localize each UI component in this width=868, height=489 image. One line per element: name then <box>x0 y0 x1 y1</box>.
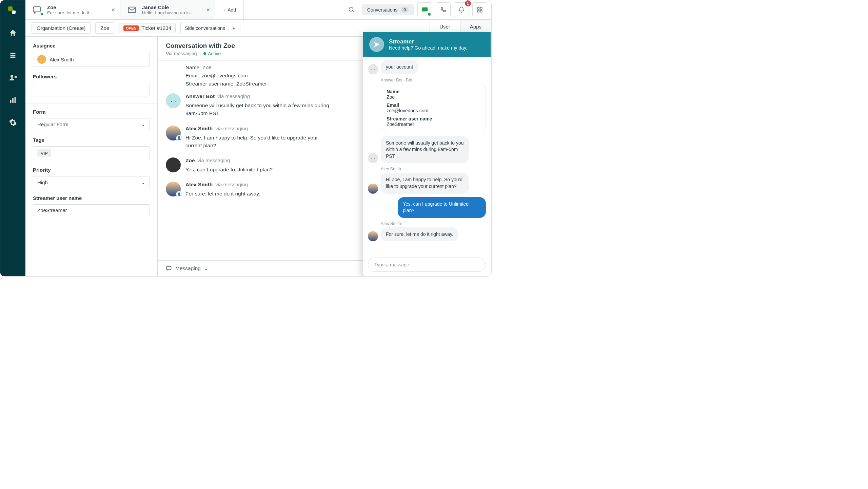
notifications-button[interactable]: 1 <box>454 2 469 17</box>
svg-rect-2 <box>11 53 16 54</box>
tab-subtitle: Hello, I am having an is... <box>142 10 194 15</box>
conversation-title: Conversation with Zoe <box>166 42 235 50</box>
ticket-properties-panel: Assignee Alex Smith Followers Form Regul… <box>25 37 158 276</box>
svg-rect-0 <box>8 6 13 11</box>
plus-icon[interactable]: + <box>229 24 236 32</box>
svg-rect-10 <box>15 97 16 103</box>
chat-status-button[interactable] <box>417 2 432 17</box>
message-channel: via messaging <box>198 157 230 163</box>
priority-select[interactable]: High ⌄ <box>33 176 150 188</box>
tab-subtitle: For sure, let me do it... <box>47 10 93 15</box>
phone-button[interactable] <box>436 2 451 17</box>
streamer-field[interactable]: ZoeStreamer <box>33 204 150 216</box>
svg-rect-17 <box>477 11 479 12</box>
side-conversations[interactable]: Side conversations + <box>180 22 240 34</box>
nav-views[interactable] <box>7 50 18 61</box>
context-tabs: User Apps <box>430 20 491 33</box>
message-text: Hi Zoe, I am happy to help. So you'd lik… <box>185 134 335 150</box>
tab-title: Janae Cole <box>142 4 194 10</box>
side-convo-label: Side conversations <box>185 25 225 31</box>
ticket-pill[interactable]: OPEN Ticket #1234 <box>119 23 176 33</box>
avatar-agent: 👤 <box>166 182 181 196</box>
streamer-value: ZoeStreamer <box>37 207 67 213</box>
nav-home[interactable] <box>7 27 18 38</box>
streamer-logo-icon <box>369 37 384 52</box>
avatar-customer <box>166 157 181 172</box>
open-badge: OPEN <box>123 25 139 31</box>
svg-point-13 <box>349 7 353 12</box>
svg-rect-8 <box>10 100 12 103</box>
svg-rect-7 <box>15 77 17 78</box>
tab-user[interactable]: User <box>430 20 460 33</box>
svg-rect-14 <box>422 7 428 12</box>
add-label: Add <box>228 7 236 13</box>
tags-label: Tags <box>33 137 150 143</box>
tab-zoe[interactable]: Zoe For sure, let me do it... ✕ <box>25 0 120 19</box>
assignee-field[interactable]: Alex Smith <box>33 52 150 67</box>
message-channel: via messaging <box>217 93 250 99</box>
close-icon[interactable]: ✕ <box>206 7 210 13</box>
svg-rect-16 <box>480 7 482 9</box>
search-button[interactable] <box>345 3 358 17</box>
message-author: Alex Smith <box>185 182 213 188</box>
tab-janae[interactable]: Janae Cole Hello, I am having an is... ✕ <box>120 0 215 19</box>
tab-apps[interactable]: Apps <box>460 20 491 33</box>
priority-value: High <box>37 180 48 185</box>
info-card: Name Zoe Email zoe@lovedogs.com Streamer… <box>381 84 486 132</box>
conversations-dropdown[interactable]: Conversations 0 <box>362 4 414 15</box>
conversations-label: Conversations <box>367 7 398 13</box>
sender-label: Alex Smith <box>381 221 486 226</box>
agent-badge-icon: 👤 <box>176 135 182 141</box>
conversations-count: 0 <box>401 7 409 13</box>
card-streamer-value: ZoeStreamer <box>387 121 480 127</box>
nav-reporting[interactable] <box>7 95 18 106</box>
assignee-value: Alex Smith <box>50 57 74 62</box>
followers-label: Followers <box>33 74 150 79</box>
nav-customers[interactable] <box>7 72 18 83</box>
card-email-label: Email <box>387 102 480 108</box>
message-channel: via messaging <box>215 182 248 187</box>
message-author: Answer Bot <box>185 93 215 99</box>
message-author: Zoe <box>185 157 195 164</box>
followers-field[interactable] <box>33 83 150 96</box>
chat-bubble-icon <box>31 4 43 16</box>
breadcrumb-org[interactable]: Organization (Create) <box>32 22 91 34</box>
card-name-value: Zoe <box>387 94 480 100</box>
form-select[interactable]: Regular Form ⌄ <box>33 118 150 130</box>
svg-rect-11 <box>34 7 41 12</box>
message-text: For sure, let me do it right away. <box>185 190 335 198</box>
svg-rect-3 <box>11 55 16 56</box>
tab-title: Zoe <box>47 4 93 10</box>
add-tab-button[interactable]: + Add <box>215 0 244 19</box>
notification-badge: 1 <box>465 0 471 6</box>
form-label: Form <box>33 109 150 115</box>
widget-message-input[interactable]: Type a message <box>368 258 486 272</box>
app-logo <box>8 6 18 16</box>
agent-badge-icon: 👤 <box>176 191 182 197</box>
chevron-down-icon: ⌄ <box>204 266 208 271</box>
status-active: Active <box>203 51 221 56</box>
streamer-widget: Streamer Need help? Go ahead, make my da… <box>363 32 491 277</box>
message-text: Yes, can I upgrade to Unlimited plan? <box>185 166 335 173</box>
svg-rect-18 <box>480 11 482 12</box>
sender-label: Alex Smith <box>381 167 486 171</box>
bot-message: your account <box>381 60 418 74</box>
svg-rect-1 <box>12 10 16 14</box>
tags-field[interactable]: VIP <box>33 146 150 160</box>
nav-admin[interactable] <box>7 117 18 128</box>
user-message: Yes, can I upgrade to Unlimited plan? <box>398 197 486 218</box>
message-text: Someone will usually get back to you wit… <box>185 101 335 117</box>
mail-icon <box>126 4 138 16</box>
avatar-agent: 👤 <box>166 126 181 140</box>
apps-grid-button[interactable] <box>472 2 487 17</box>
agent-avatar <box>368 184 378 194</box>
close-icon[interactable]: ✕ <box>111 7 115 13</box>
breadcrumb-user[interactable]: Zoe <box>95 22 114 34</box>
widget-body[interactable]: · · your account Answer Bot · Bot Name Z… <box>363 57 491 256</box>
agent-avatar <box>368 231 378 241</box>
agent-message: Hi Zoe, I am happy to help. So you'd lik… <box>381 173 469 193</box>
svg-rect-9 <box>12 98 14 103</box>
nav-rail <box>0 0 25 276</box>
svg-rect-4 <box>11 57 16 58</box>
agent-message: For sure, let me do it right away. <box>381 227 458 242</box>
